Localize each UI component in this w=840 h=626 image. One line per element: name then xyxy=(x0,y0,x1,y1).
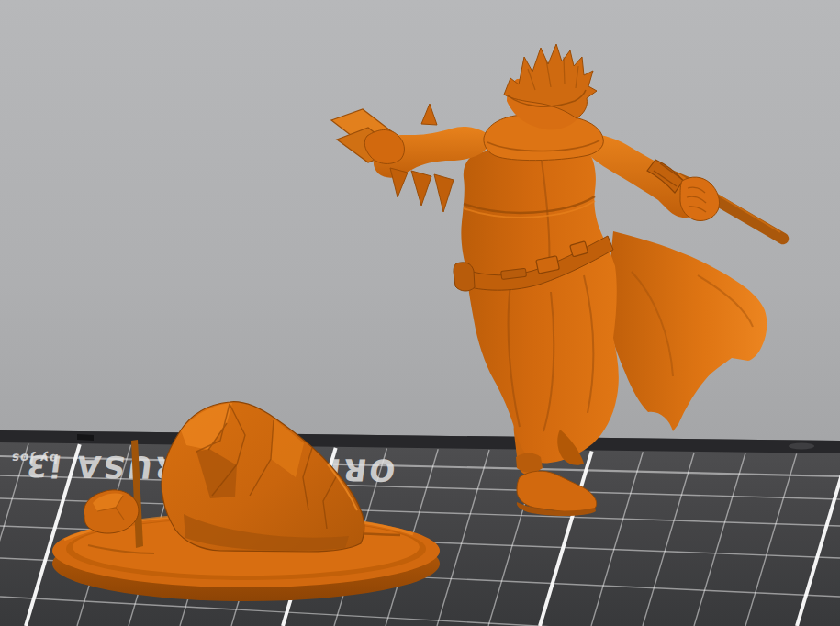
fist xyxy=(680,177,720,220)
scene-canvas: ORIG RUSA i3 by Jos xyxy=(0,0,840,626)
bed-label-sub: by Jos xyxy=(10,451,60,466)
coat-flap-right xyxy=(609,231,767,431)
glove-spike-up xyxy=(421,104,437,125)
bed-edge-notch xyxy=(77,434,94,441)
staff-highlight xyxy=(714,193,780,232)
bed-edge-slot xyxy=(789,443,814,450)
hip-pouch xyxy=(454,263,475,291)
ankle-cuff xyxy=(516,453,543,473)
glove-fins xyxy=(390,168,454,212)
coat-body xyxy=(461,146,618,463)
slicer-3d-viewport[interactable]: ORIG RUSA i3 by Jos xyxy=(0,0,840,626)
